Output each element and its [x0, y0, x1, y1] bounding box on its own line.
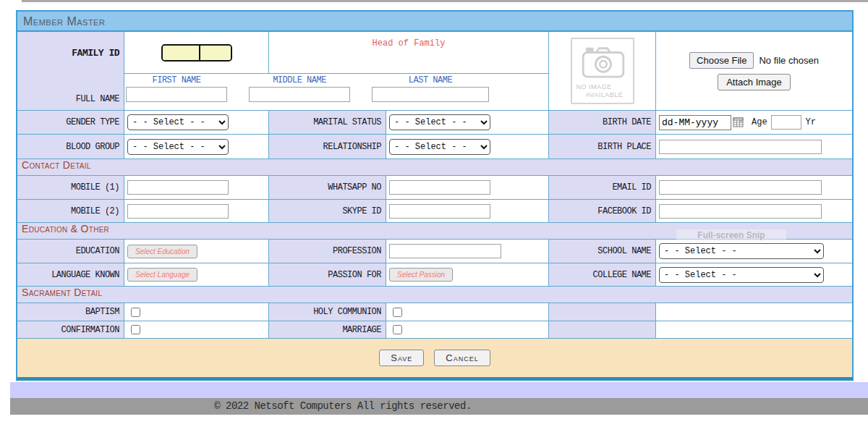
marriage-label: MARRIAGE: [269, 321, 386, 338]
birth-place-input[interactable]: [659, 140, 822, 154]
sacrament-section-header: Sacrament Detail: [17, 287, 852, 303]
no-image-text-line2: AVAILABLE: [586, 91, 624, 98]
row-confirmation: CONFIRMATION MARRIAGE: [17, 321, 852, 339]
head-of-family-label: Head of Family: [269, 32, 549, 74]
baptism-cell: [124, 303, 269, 321]
email-cell: [656, 176, 852, 199]
relationship-select[interactable]: - - Select - -: [389, 139, 490, 155]
passion-for-cell: Select Passion: [386, 263, 549, 286]
birth-date-controls: Age Yr: [659, 115, 816, 130]
skype-input[interactable]: [389, 204, 490, 219]
holy-communion-checkbox[interactable]: [393, 308, 402, 317]
choose-file-button[interactable]: Choose File: [689, 52, 754, 69]
middle-name-group: MIDDLE NAME: [249, 75, 350, 102]
birth-place-cell: [656, 135, 852, 158]
empty-input-cell-1: [656, 303, 852, 321]
facebook-cell: [656, 200, 852, 222]
baptism-checkbox[interactable]: [131, 308, 140, 317]
holy-communion-label: HOLY COMMUNION: [269, 303, 386, 321]
no-image-text-line1: NO IMAGE: [576, 83, 612, 90]
baptism-label: BAPTISM: [17, 303, 124, 321]
marital-status-select[interactable]: - - Select - -: [389, 114, 490, 130]
row-language: LANGUAGE KNOWN Select Language PASSION F…: [17, 263, 852, 287]
last-name-header: LAST NAME: [409, 75, 452, 85]
college-name-label: COLLEGE NAME: [549, 263, 656, 286]
age-label: Age: [752, 117, 767, 127]
attach-image-button[interactable]: Attach Image: [718, 74, 791, 90]
first-name-input[interactable]: [126, 87, 227, 102]
language-known-cell: Select Language: [124, 263, 269, 286]
email-input[interactable]: [659, 180, 822, 195]
mobile1-label: MOBILE (1): [17, 176, 124, 199]
lavender-strip: [10, 382, 868, 398]
row-mobile1: MOBILE (1) WHATSAPP NO EMAIL ID: [17, 176, 852, 200]
row-blood: BLOOD GROUP - - Select - - RELATIONSHIP …: [17, 135, 852, 159]
page-title: Member Master: [17, 12, 852, 32]
action-button-row: Save Cancel: [17, 339, 852, 377]
family-id-input-1[interactable]: [163, 46, 200, 60]
email-label: EMAIL ID: [549, 176, 656, 199]
top-section: FAMILY ID Head of Family NO IMAGE AVAILA…: [17, 32, 852, 111]
mobile1-cell: [124, 176, 269, 199]
skype-cell: [386, 200, 549, 222]
education-label: EDUCATION: [17, 240, 124, 263]
school-name-select[interactable]: - - Select - -: [659, 243, 824, 259]
row-gender: GENDER TYPE - - Select - - MARITAL STATU…: [17, 111, 852, 135]
member-master-form: Member Master FAMILY ID Head of Family N…: [16, 10, 854, 381]
camera-icon: [581, 44, 626, 79]
profession-input[interactable]: [389, 244, 501, 258]
select-passion-button[interactable]: Select Passion: [389, 268, 453, 282]
file-input-row: Choose File No file chosen: [689, 52, 819, 69]
whatsapp-label: WHATSAPP NO: [269, 176, 386, 199]
file-status-text: No file chosen: [759, 55, 818, 66]
education-section-header: Education & Other: [17, 223, 852, 240]
passion-for-label: PASSION FOR: [269, 263, 386, 286]
holy-communion-cell: [386, 303, 549, 321]
marriage-checkbox[interactable]: [393, 325, 402, 334]
gender-type-cell: - - Select - -: [124, 111, 269, 134]
facebook-label: FACEBOOK ID: [549, 200, 656, 222]
age-input[interactable]: [771, 115, 801, 130]
contact-section-header: Contact Detail: [17, 159, 852, 176]
top-divider-line: [22, 0, 868, 2]
birth-date-cell: Age Yr: [656, 111, 852, 134]
empty-label-cell-1: [549, 303, 656, 321]
family-id-cell: [124, 32, 269, 74]
full-name-cell: FIRST NAME MIDDLE NAME LAST NAME: [124, 74, 549, 110]
blood-group-label: BLOOD GROUP: [17, 135, 124, 158]
middle-name-input[interactable]: [249, 87, 350, 102]
calendar-icon[interactable]: [733, 117, 744, 128]
birth-date-input[interactable]: [659, 115, 731, 130]
skype-label: SKYPE ID: [269, 200, 386, 222]
family-id-input-2[interactable]: [200, 46, 231, 60]
language-known-label: LANGUAGE KNOWN: [17, 263, 124, 286]
mobile1-input[interactable]: [127, 180, 229, 195]
gender-type-label: GENDER TYPE: [17, 111, 124, 134]
select-education-button[interactable]: Select Education: [127, 245, 197, 258]
first-name-header: FIRST NAME: [152, 75, 200, 85]
cancel-button[interactable]: Cancel: [434, 350, 490, 366]
whatsapp-input[interactable]: [389, 180, 490, 195]
whatsapp-cell: [386, 176, 549, 199]
gender-type-select[interactable]: - - Select - -: [127, 114, 229, 130]
blood-group-select[interactable]: - - Select - -: [127, 139, 229, 155]
full-name-label: FULL NAME: [17, 74, 124, 110]
footer-bar: © 2022 Netsoft Computers All rights rese…: [10, 398, 868, 415]
first-name-group: FIRST NAME: [126, 75, 227, 102]
last-name-input[interactable]: [372, 87, 489, 102]
college-name-select[interactable]: - - Select - -: [659, 267, 824, 283]
college-name-cell: - - Select - -: [656, 263, 852, 286]
no-image-placeholder: NO IMAGE AVAILABLE: [571, 38, 634, 104]
marriage-cell: [386, 321, 549, 338]
yr-label: Yr: [806, 117, 816, 127]
last-name-group: LAST NAME: [372, 75, 489, 102]
marital-status-cell: - - Select - -: [386, 111, 549, 134]
confirmation-checkbox[interactable]: [131, 325, 140, 334]
relationship-cell: - - Select - -: [386, 135, 549, 158]
save-button[interactable]: Save: [379, 350, 424, 366]
select-language-button[interactable]: Select Language: [127, 268, 197, 282]
mobile2-input[interactable]: [127, 204, 229, 219]
school-name-cell: - - Select - -: [656, 240, 852, 263]
facebook-input[interactable]: [659, 204, 822, 219]
birth-place-label: BIRTH PLACE: [549, 135, 656, 158]
